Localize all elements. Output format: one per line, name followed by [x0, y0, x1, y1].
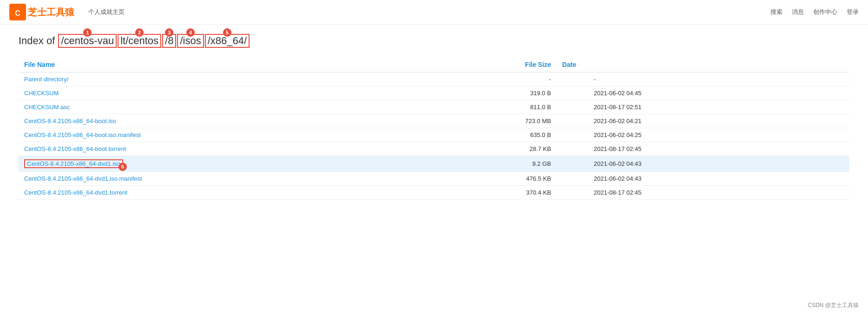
file-size-cell: 28.7 KB: [436, 142, 557, 156]
file-name-cell: CHECKSUM.asc: [19, 100, 436, 114]
path-segment-3-box: 3 /8: [162, 34, 176, 48]
file-link[interactable]: CentOS-8.4.2105-x86_64-dvd1.iso.manifest: [24, 175, 142, 182]
annotation-badge-6: 6: [118, 163, 127, 171]
file-name-cell: Parent directory/: [19, 72, 436, 86]
file-name-cell: CentOS-8.4.2105-x86_64-dvd1.iso.manifest: [19, 172, 436, 186]
page-container: C 芝士工具猿 个人成就主页 搜索 消息 创作中心 登录 Index of 1 …: [0, 0, 868, 314]
svg-text:C: C: [15, 9, 20, 17]
file-name-cell: CentOS-8.4.2105-x86_64-boot.torrent: [19, 142, 436, 156]
file-date-cell: 2021-08-17 02:51: [557, 100, 849, 114]
table-row: CentOS-8.4.2105-x86_64-boot.iso.manifest…: [19, 128, 849, 142]
header-right: 搜索 消息 创作中心 登录: [770, 8, 859, 16]
table-row: CentOS-8.4.2105-x86_64-boot.torrent28.7 …: [19, 142, 849, 156]
file-name-cell: CentOS-8.4.2105-x86_64-dvd1.torrent: [19, 186, 436, 200]
file-link[interactable]: CentOS-8.4.2105-x86_64-dvd1.iso: [27, 160, 120, 167]
file-date-cell: 2021-06-02 04:45: [557, 86, 849, 100]
logo-text: 芝士工具猿: [28, 6, 74, 19]
file-name-cell: CentOS-8.4.2105-x86_64-boot.iso: [19, 114, 436, 128]
file-size-cell: 476.5 KB: [436, 172, 557, 186]
header-messages[interactable]: 消息: [792, 8, 804, 16]
footer-text: CSDN @芝士工具猿: [808, 302, 859, 308]
logo-icon: C: [9, 4, 26, 20]
annotation-1: 1: [83, 28, 92, 37]
path-segment-4-box: 4 /isos: [177, 34, 204, 48]
header-search[interactable]: 搜索: [770, 8, 783, 16]
col-filesize: File Size: [436, 57, 557, 72]
file-date-cell: 2021-06-02 04:43: [557, 172, 849, 186]
file-name-cell: CHECKSUM: [19, 86, 436, 100]
annotation-5: 5: [223, 28, 231, 37]
file-link[interactable]: Parent directory/: [24, 76, 68, 83]
file-size-cell: 9.2 GB: [436, 156, 557, 172]
file-date-cell: 2021-06-02 04:25: [557, 128, 849, 142]
annotation-3: 3: [165, 28, 173, 37]
file-date-cell: 2021-06-02 04:21: [557, 114, 849, 128]
table-header: File Name File Size Date: [19, 57, 849, 72]
file-size-cell: 811.0 B: [436, 100, 557, 114]
header: C 芝士工具猿 个人成就主页 搜索 消息 创作中心 登录: [0, 0, 868, 25]
table-body: Parent directory/--CHECKSUM319.0 B2021-0…: [19, 72, 849, 200]
table-row: CHECKSUM319.0 B2021-06-02 04:45: [19, 86, 849, 100]
file-size-cell: 370.4 KB: [436, 186, 557, 200]
file-link[interactable]: CentOS-8.4.2105-x86_64-boot.iso: [24, 118, 116, 124]
page-title: Index of 1 /centos-vau 2 lt/centos 3 /8 …: [19, 35, 250, 46]
path-segment-5-box: 5 /x86_64/: [205, 34, 250, 48]
highlighted-file-box: CentOS-8.4.2105-x86_64-dvd1.iso6: [24, 159, 123, 168]
nav-item-1[interactable]: 个人成就主页: [88, 8, 125, 16]
main-content: Index of 1 /centos-vau 2 lt/centos 3 /8 …: [0, 25, 868, 209]
file-size-cell: 635.0 B: [436, 128, 557, 142]
file-size-cell: -: [436, 72, 557, 86]
file-size-cell: 319.0 B: [436, 86, 557, 100]
table-row: CentOS-8.4.2105-x86_64-boot.iso723.0 MB2…: [19, 114, 849, 128]
table-row: CentOS-8.4.2105-x86_64-dvd1.torrent370.4…: [19, 186, 849, 200]
annotation-2: 2: [135, 28, 144, 37]
header-login[interactable]: 登录: [847, 8, 859, 16]
table-row: Parent directory/--: [19, 72, 849, 86]
file-link[interactable]: CentOS-8.4.2105-x86_64-dvd1.torrent: [24, 189, 127, 196]
file-link[interactable]: CHECKSUM: [24, 90, 59, 97]
table-row: CentOS-8.4.2105-x86_64-dvd1.iso.manifest…: [19, 172, 849, 186]
file-table: File Name File Size Date Parent director…: [19, 57, 849, 200]
table-row: CHECKSUM.asc811.0 B2021-08-17 02:51: [19, 100, 849, 114]
file-link[interactable]: CHECKSUM.asc: [24, 104, 70, 111]
table-row: CentOS-8.4.2105-x86_64-dvd1.iso69.2 GB20…: [19, 156, 849, 172]
file-link[interactable]: CentOS-8.4.2105-x86_64-boot.iso.manifest: [24, 131, 141, 138]
title-prefix: Index of: [19, 35, 58, 46]
file-date-cell: 2021-08-17 02:45: [557, 142, 849, 156]
header-create[interactable]: 创作中心: [813, 8, 837, 16]
logo: C 芝士工具猿: [9, 4, 74, 20]
nav-links: 个人成就主页: [88, 8, 125, 16]
file-name-cell: CentOS-8.4.2105-x86_64-dvd1.iso6: [19, 156, 436, 172]
file-link[interactable]: CentOS-8.4.2105-x86_64-boot.torrent: [24, 145, 126, 152]
footer: CSDN @芝士工具猿: [808, 301, 859, 309]
col-date: Date: [557, 57, 849, 72]
file-name-cell: CentOS-8.4.2105-x86_64-boot.iso.manifest: [19, 128, 436, 142]
path-segment-1-box: 1 /centos-vau: [58, 34, 117, 48]
col-filename: File Name: [19, 57, 436, 72]
file-date-cell: -: [557, 72, 849, 86]
title-wrapper: Index of 1 /centos-vau 2 lt/centos 3 /8 …: [19, 34, 250, 48]
path-segment-2-box: 2 lt/centos: [118, 34, 161, 48]
file-date-cell: 2021-06-02 04:43: [557, 156, 849, 172]
annotation-4: 4: [186, 28, 195, 37]
file-date-cell: 2021-08-17 02:45: [557, 186, 849, 200]
file-size-cell: 723.0 MB: [436, 114, 557, 128]
